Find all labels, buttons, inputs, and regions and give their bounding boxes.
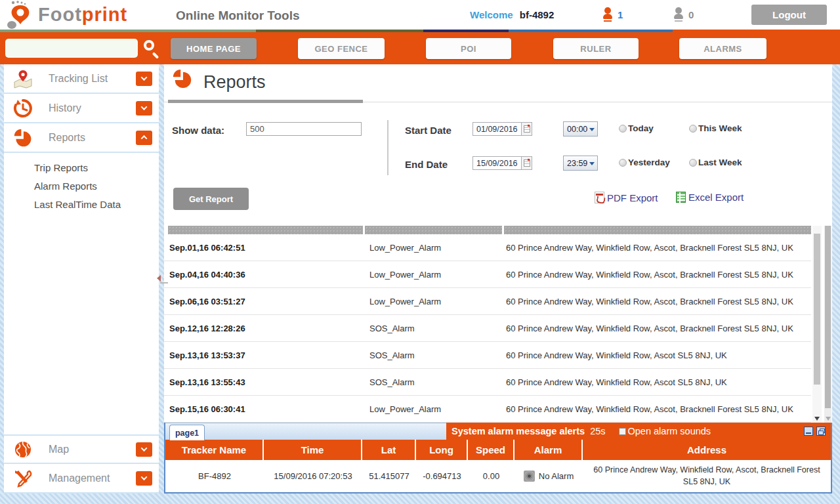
online-count: 1 [618,9,623,20]
radio-icon [619,159,627,167]
start-date-calendar-button[interactable] [521,122,532,136]
sidebar-item-history[interactable]: History [4,94,159,123]
show-data-input[interactable] [246,122,362,136]
title-underline [168,100,363,103]
search-input[interactable] [5,39,138,58]
calendar-icon [524,159,530,167]
excel-icon [676,192,686,203]
page-scrollbar[interactable] [824,226,831,423]
end-date-calendar-button[interactable] [521,156,532,170]
form-divider [387,120,388,175]
table-row[interactable]: Sep.13,16 13:55:43 SOS_Alarm 60 Prince A… [164,369,811,396]
tracking-list-expand-button[interactable] [136,72,152,86]
nav-poi-button[interactable]: POI [426,38,511,59]
radio-yesterday[interactable]: Yesterday [619,158,670,167]
cell-speed: 0.00 [468,460,514,492]
reports-pie-icon [172,68,193,89]
row-alarm: Low_Power_Alarm [363,270,502,280]
table-row[interactable]: Sep.06,16 03:51:27 Low_Power_Alarm 60 Pr… [164,288,811,315]
reports-header: Reports [164,64,832,102]
table-row[interactable]: Sep.13,16 13:53:37 SOS_Alarm 60 Prince A… [164,342,811,369]
alerts-tabstrip: page1 System alarm message alerts 25s Op… [165,423,831,440]
offline-counter: 0 [673,7,694,22]
table-scrollbar[interactable] [812,226,822,423]
sidebar-item-trip-reports[interactable]: Trip Reports [4,158,159,177]
row-address: 60 Prince Andrew Way, Winkfield Row, Asc… [502,270,811,280]
pdf-export-link[interactable]: PDF Export [595,192,658,203]
reports-collapse-button[interactable] [136,131,152,145]
globe-icon [13,440,33,459]
table-row[interactable]: Sep.01,16 06:42:51 Low_Power_Alarm 60 Pr… [164,234,811,261]
row-time: Sep.15,16 06:30:41 [164,404,363,414]
logout-button[interactable]: Logout [751,5,827,25]
calendar-icon [524,125,530,133]
start-date-label: Start Date [405,125,452,136]
management-expand-button[interactable] [136,471,152,486]
map-pin-icon [13,69,33,89]
search-icon[interactable] [144,40,154,51]
alerts-titlebar: System alarm message alerts 25s Open ala… [446,423,831,440]
online-user-icon [602,7,613,22]
alerts-title: System alarm message alerts [452,426,585,436]
start-date-input[interactable] [472,122,521,136]
table-row[interactable]: Sep.15,16 06:30:41 Low_Power_Alarm 60 Pr… [164,396,811,423]
nav-geo-fence-button[interactable]: GEO FENCE [298,38,385,59]
radio-last-week[interactable]: Last Week [689,158,742,167]
row-alarm: Low_Power_Alarm [363,297,502,306]
minimize-panel-button[interactable] [804,427,813,436]
chevron-down-icon [589,128,595,131]
radio-today[interactable]: Today [619,123,654,133]
show-data-label: Show data: [172,125,224,136]
sidebar-item-alarm-reports[interactable]: Alarm Reports [4,177,159,195]
scroll-down-arrow-icon[interactable] [826,417,831,421]
chevron-up-icon [141,135,148,142]
map-expand-button[interactable] [136,442,152,457]
end-date-input[interactable] [472,156,521,170]
sidebar-collapse-arrow-icon[interactable] [157,275,161,282]
cell-time: 15/09/2016 07:20:53 [264,460,362,492]
alerts-table-row[interactable]: BF-4892 15/09/2016 07:20:53 51.415077 -0… [165,460,831,492]
chevron-down-icon [141,445,148,452]
end-time-select[interactable]: 23:59 [563,156,598,171]
radio-this-week[interactable]: This Week [689,123,742,133]
sidebar-splitter-handle[interactable] [160,282,168,284]
sidebar: Tracking List History Reports Trip Repor… [4,64,159,494]
table-row[interactable]: Sep.12,16 12:28:26 SOS_Alarm 60 Prince A… [164,315,811,342]
row-address: 60 Prince Andrew Way, Winkfield Row, Asc… [502,404,811,414]
start-time-select[interactable]: 00:00 [563,121,598,136]
row-alarm: SOS_Alarm [363,350,502,360]
open-alarm-sounds-checkbox[interactable] [619,428,626,435]
sidebar-item-map[interactable]: Map [4,434,159,464]
sidebar-item-label: Reports [49,132,136,144]
nav-alarms-button[interactable]: ALARMS [679,38,766,59]
scrollbar-thumb[interactable] [825,226,831,408]
sidebar-item-reports[interactable]: Reports [4,123,159,153]
tab-page1[interactable]: page1 [169,425,205,440]
footprint-logo-icon [4,1,37,30]
sidebar-item-tracking-list[interactable]: Tracking List [4,64,159,94]
nav-ruler-button[interactable]: RULER [553,38,639,59]
row-address: 60 Prince Andrew Way, Winkfield Row, Asc… [502,324,811,333]
cell-lat: 51.415077 [362,460,416,492]
brand-gray: Foot [38,4,82,25]
scrollbar-thumb[interactable] [814,234,820,385]
username: bf-4892 [520,9,555,20]
table-row[interactable]: Sep.04,16 04:40:36 Low_Power_Alarm 60 Pr… [164,261,811,288]
start-time-value: 00:00 [567,125,587,134]
nav-home-page-button[interactable]: HOME PAGE [171,38,257,59]
scroll-down-arrow-icon[interactable] [814,417,820,421]
history-expand-button[interactable] [136,101,152,116]
sidebar-item-last-realtime-data[interactable]: Last RealTime Data [4,195,159,213]
offline-user-icon [673,7,684,22]
history-clock-icon [13,98,33,118]
get-report-button[interactable]: Get Report [173,188,249,210]
sidebar-item-management[interactable]: Management [4,464,159,494]
column-header-tracker-name: Tracker Name [165,440,264,460]
sidebar-spacer [4,220,159,434]
excel-export-link[interactable]: Excel Export [676,192,744,203]
alerts-table-header: Tracker Name Time Lat Long Speed Alarm A… [165,440,831,460]
brand-title: Footprint [38,4,127,26]
column-header-speed: Speed [468,440,514,460]
restore-panel-button[interactable] [816,427,826,436]
sidebar-item-label: History [49,102,136,114]
